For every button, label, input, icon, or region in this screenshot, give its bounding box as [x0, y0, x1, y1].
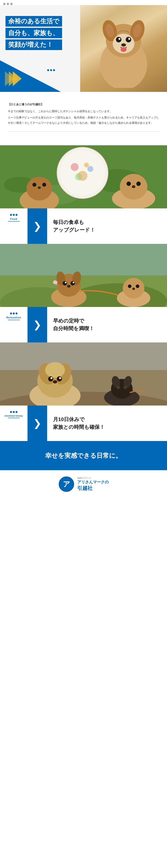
svg-point-37	[132, 185, 135, 188]
food-text-line1: 毎日の食卓も	[53, 219, 84, 225]
footer-brand-name: アリさんマークの	[77, 479, 109, 485]
svg-point-11	[121, 43, 126, 46]
svg-point-52	[73, 282, 74, 283]
food-chevron-col: ❯	[28, 208, 47, 244]
hero-blue-dots	[47, 69, 55, 71]
emotional-dots	[10, 411, 17, 413]
svg-point-44	[53, 280, 57, 284]
svg-point-12	[121, 47, 127, 52]
food-feature-block: Food ❯ 毎日の食卓も アップグレード！	[0, 208, 167, 244]
hero-title-line-1: 余裕のある生活で	[5, 16, 62, 27]
svg-point-57	[136, 284, 139, 288]
food-label-line	[8, 221, 19, 222]
emotional-text-line1: 月10日休みで	[53, 416, 85, 422]
blue-dot-3	[53, 69, 55, 71]
svg-point-72	[53, 380, 57, 383]
food-photo	[0, 145, 167, 208]
svg-point-71	[59, 377, 61, 379]
dot-1	[3, 3, 5, 5]
hero-text-block: 余裕のある生活で 自分も、家族も、 笑顔が増えた！	[5, 16, 62, 51]
svg-rect-39	[0, 244, 167, 275]
svg-point-67	[45, 362, 65, 378]
footer-small-text: 信頼のブランド	[77, 477, 91, 479]
svg-point-68	[48, 376, 53, 381]
hero-title-line-3: 笑顔が増えた！	[5, 39, 62, 50]
relax-text-col: 早めの定時で 自分時間を満喫！	[47, 307, 167, 342]
relax-dots	[10, 312, 17, 314]
emotional-dot-1	[10, 411, 12, 413]
food-main-text: 毎日の食卓も アップグレード！	[53, 218, 95, 234]
food-dot-1	[10, 214, 12, 216]
svg-point-69	[57, 376, 62, 381]
food-dot-3	[15, 214, 17, 216]
svg-point-9	[119, 38, 120, 40]
relax-label: Relaxation	[6, 316, 21, 319]
intro-para-2: スーツ仕事デビューの方も安心のスーツ貸与もあり、毎月昇給・昇格テストも受けられる…	[8, 115, 159, 125]
relax-dot-1	[10, 312, 12, 314]
intro-para-1: 今までの経験ではなく、これからに期待したポテンシャル採用をおこなっています。	[8, 108, 159, 114]
company-logo-svg: ア	[58, 476, 74, 492]
emotional-text-line2: 家族との時間も確保！	[53, 424, 105, 430]
relax-text-line2: 自分時間を満喫！	[53, 326, 94, 331]
food-chevron-icon: ❯	[33, 221, 41, 231]
svg-point-36	[136, 182, 141, 186]
hero-dog-image	[80, 5, 167, 92]
footer-text-block: 信頼のブランド アリさんマークの 引越社	[77, 477, 109, 492]
svg-point-53	[67, 285, 71, 288]
relax-photo	[0, 244, 167, 307]
svg-marker-15	[13, 71, 22, 86]
svg-point-35	[127, 182, 131, 186]
relax-feature-block: Relaxation ❯ 早めの定時で 自分時間を満喫！	[0, 307, 167, 342]
footer-logo: ア	[58, 476, 74, 492]
svg-point-78	[124, 385, 127, 389]
dot-2	[7, 3, 9, 5]
svg-point-50	[71, 281, 75, 285]
svg-point-58	[132, 288, 135, 290]
svg-point-26	[84, 163, 89, 167]
emotional-text-col: 月10日休みで 家族との時間も確保！	[47, 405, 167, 441]
svg-point-23	[71, 163, 79, 171]
emotional-label-line	[8, 418, 19, 418]
family-photo	[0, 342, 167, 405]
relax-chevron-col: ❯	[28, 307, 47, 342]
svg-rect-61	[0, 342, 167, 370]
hero-chevron	[5, 71, 23, 87]
svg-point-27	[78, 171, 87, 181]
emotional-dot-3	[15, 411, 17, 413]
emotional-dot-2	[13, 411, 15, 413]
intro-section: 【ひとあじ違うのが引越社】 今までの経験ではなく、これからに期待したポテンシャル…	[0, 92, 167, 145]
svg-point-49	[63, 281, 67, 285]
emotional-label-col: Emotional leeway	[0, 405, 28, 441]
svg-point-24	[87, 166, 93, 172]
relax-dot-3	[15, 312, 17, 314]
svg-point-32	[38, 186, 41, 189]
svg-point-8	[126, 37, 131, 42]
emotional-main-text: 月10日休みで 家族との時間も確保！	[53, 415, 105, 431]
blue-dot-1	[47, 69, 49, 71]
hero-title-line-2: 自分も、家族も、	[5, 28, 62, 38]
svg-point-31	[42, 183, 46, 187]
food-label-col: Food	[0, 208, 28, 244]
svg-point-10	[128, 38, 130, 40]
relax-label-line	[8, 320, 19, 320]
food-text-col: 毎日の食卓も アップグレード！	[47, 208, 167, 244]
food-text-line2: アップグレード！	[53, 227, 95, 233]
svg-text:ア: ア	[63, 480, 70, 488]
blue-dot-2	[50, 69, 52, 71]
svg-point-7	[116, 37, 121, 42]
intro-title: 【ひとあじ違うのが引越社】	[8, 102, 159, 107]
svg-point-56	[128, 284, 131, 288]
top-dots-row	[0, 0, 167, 5]
dot-3	[10, 3, 12, 5]
food-dots	[10, 214, 17, 216]
emotional-chevron-col: ❯	[28, 405, 47, 441]
svg-point-51	[65, 282, 67, 283]
svg-point-70	[50, 377, 52, 379]
food-label: Food	[10, 217, 17, 220]
relax-label-col: Relaxation	[0, 307, 28, 342]
svg-point-77	[117, 385, 120, 389]
svg-point-30	[32, 183, 36, 187]
hero-section: 余裕のある生活で 自分も、家族も、 笑顔が増えた！	[0, 5, 167, 92]
emotional-label: Emotional leeway	[5, 414, 23, 417]
footer-company-name: 引越社	[77, 485, 92, 492]
